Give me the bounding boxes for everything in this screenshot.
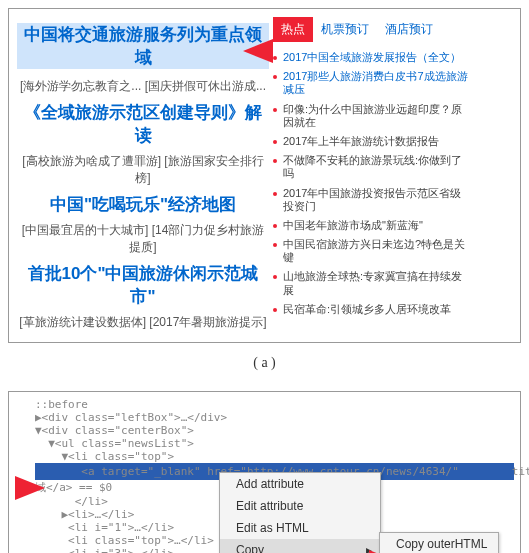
devtools-panel: ::before ▶<div class="leftBox">…</div> ▼… bbox=[9, 392, 520, 553]
list-item[interactable]: 2017那些人旅游消费白皮书7成选旅游减压 bbox=[273, 67, 469, 99]
list-item[interactable]: 山地旅游全球热:专家冀宣搞在持续发展 bbox=[273, 267, 469, 299]
list-item[interactable]: 2017年中国旅游投资报告示范区省级投资门 bbox=[273, 184, 469, 216]
menu-edit-attribute[interactable]: Edit attribute bbox=[220, 495, 380, 517]
tab-hot[interactable]: 热点 bbox=[273, 17, 313, 42]
menu-edit-html[interactable]: Edit as HTML bbox=[220, 517, 380, 539]
sublinks-2[interactable]: [高校旅游为啥成了遭罪游] [旅游国家安全排行榜] bbox=[17, 153, 269, 187]
code-line: ::before bbox=[35, 398, 514, 411]
right-column: 热点 机票预订 酒店预订 2017中国全域旅游发展报告（全文） 2017那些人旅… bbox=[273, 17, 469, 334]
tab-flight[interactable]: 机票预订 bbox=[313, 17, 377, 42]
figure-a: 中国将交通旅游服务列为重点领域 [海外游学勿忘教育之... [国庆拼假可休出游成… bbox=[8, 8, 521, 343]
code-line[interactable]: ▼<div class="centerBox"> bbox=[35, 424, 514, 437]
tabs: 热点 机票预订 酒店预订 bbox=[273, 17, 469, 42]
list-item[interactable]: 2017中国全域旅游发展报告（全文） bbox=[273, 48, 469, 67]
list-item[interactable]: 印像:为什么中国旅游业远超印度？原因就在 bbox=[273, 100, 469, 132]
list-item[interactable]: 中国民宿旅游方兴日未迄边?特色是关键 bbox=[273, 235, 469, 267]
code-line[interactable]: ▶<div class="leftBox">…</div> bbox=[35, 411, 514, 424]
headline-4[interactable]: 首批10个"中国旅游休闲示范城市" bbox=[17, 262, 269, 308]
code-line[interactable]: ▼<li class="top"> bbox=[35, 450, 514, 463]
tab-hotel[interactable]: 酒店预订 bbox=[377, 17, 441, 42]
headline-2[interactable]: 《全域旅游示范区创建导则》解读 bbox=[17, 101, 269, 147]
list-item[interactable]: 不做降不安耗的旅游景玩线:你做到了吗 bbox=[273, 151, 469, 183]
sublinks-3[interactable]: [中国最宜居的十大城市] [14部门力促乡村旅游提质] bbox=[17, 222, 269, 256]
sublinks-4[interactable]: [革旅游统计建设数据体] [2017年暑期旅游提示] bbox=[17, 314, 269, 331]
arrow-icon bbox=[243, 39, 273, 63]
context-menu: Add attribute Edit attribute Edit as HTM… bbox=[219, 472, 381, 553]
figure-b: ::before ▶<div class="leftBox">…</div> ▼… bbox=[8, 391, 521, 553]
list-item[interactable]: 民宿革命:引领城乡多人居环境改革 bbox=[273, 300, 469, 319]
menu-copy[interactable]: Copy▸ bbox=[220, 539, 380, 553]
sublinks-1[interactable]: [海外游学勿忘教育之... [国庆拼假可休出游成... bbox=[17, 78, 269, 95]
caption-a: ( a ) bbox=[0, 351, 529, 383]
list-item[interactable]: 中国老年旅游市场成"新蓝海" bbox=[273, 216, 469, 235]
menu-add-attribute[interactable]: Add attribute bbox=[220, 473, 380, 495]
main-headline[interactable]: 中国将交通旅游服务列为重点领域 bbox=[17, 23, 269, 69]
list-item[interactable]: 2017年上半年旅游统计数据报告 bbox=[273, 132, 469, 151]
arrow-icon bbox=[15, 476, 45, 500]
code-line[interactable]: ▼<ul class="newsList"> bbox=[35, 437, 514, 450]
left-column: 中国将交通旅游服务列为重点领域 [海外游学勿忘教育之... [国庆拼假可休出游成… bbox=[17, 17, 269, 334]
news-list: 2017中国全域旅游发展报告（全文） 2017那些人旅游消费白皮书7成选旅游减压… bbox=[273, 48, 469, 319]
headline-3[interactable]: 中国"吃喝玩乐"经济地图 bbox=[17, 193, 269, 216]
